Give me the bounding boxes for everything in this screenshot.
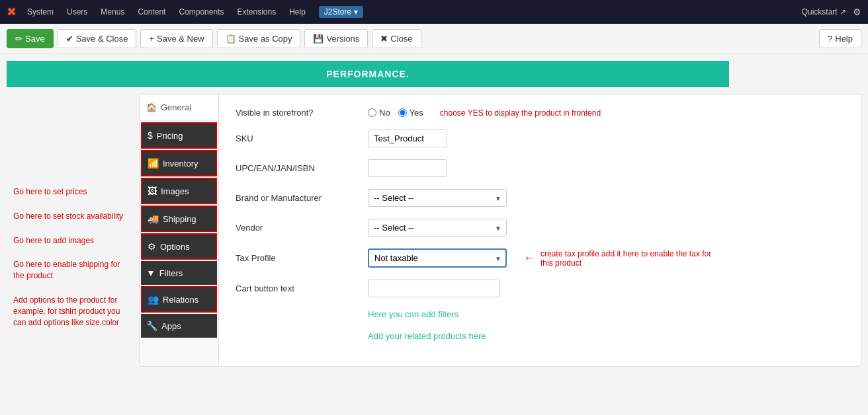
annotation-shipping: Go here to enable shipping for the produ…: [13, 259, 132, 282]
images-icon: 🖼: [148, 186, 157, 196]
joomla-icon: ✖: [7, 5, 17, 19]
close-icon: ✖: [380, 34, 388, 44]
filters-tip-row: Here you can add filters: [236, 309, 844, 319]
close-button[interactable]: ✖ Close: [372, 29, 421, 48]
toolbar: ✏ Save ✔ Save & Close + Save & New 📋 Sav…: [0, 24, 868, 54]
save-button[interactable]: ✏ Save: [7, 29, 54, 48]
sidebar-item-shipping[interactable]: 🚚 Shipping: [141, 206, 217, 232]
tax-control: Not taxable ← create tax profile add it …: [368, 248, 844, 268]
tax-annotation: ← create tax profile add it here to enab…: [523, 249, 726, 268]
quickstart-link[interactable]: Quickstart ↗: [802, 7, 846, 17]
nav-content[interactable]: Content: [131, 7, 172, 17]
save-new-button[interactable]: + Save & New: [140, 29, 212, 48]
annotation-inventory: Go here to set stock availability: [13, 211, 132, 222]
dollar-icon: $: [148, 130, 153, 141]
tax-select-wrapper: Not taxable: [368, 248, 507, 268]
relations-tip-area: Add your related products here: [368, 331, 844, 341]
content-area: 🏠 General $ Pricing 📶 Inventory 🖼 Images…: [139, 94, 861, 367]
tax-row: Tax Profile Not taxable ← create tax pro…: [236, 248, 844, 268]
close-label: Close: [390, 34, 412, 44]
sku-label: SKU: [236, 133, 368, 143]
pricing-label: Pricing: [157, 131, 183, 141]
apps-label: Apps: [161, 321, 181, 331]
options-label: Options: [160, 242, 190, 252]
sidebar-item-filters[interactable]: ▼ Filters: [141, 261, 217, 285]
red-arrow-icon: ←: [523, 251, 535, 265]
relations-label: Relations: [163, 295, 198, 305]
settings-icon[interactable]: ⚙: [853, 7, 861, 17]
sidebar-item-images[interactable]: 🖼 Images: [141, 178, 217, 204]
sidebar-general[interactable]: 🏠 General: [140, 94, 218, 121]
save-new-label: Save & New: [157, 34, 204, 44]
brand-control: -- Select --: [368, 189, 844, 207]
home-icon: 🏠: [146, 102, 157, 112]
help-label: Help: [835, 34, 853, 44]
main-wrapper: Go here to set prices Go here to set sto…: [7, 94, 861, 367]
left-annotations: Go here to set prices Go here to set sto…: [7, 94, 139, 367]
shipping-icon: 🚚: [148, 213, 159, 224]
nav-system[interactable]: System: [21, 7, 60, 17]
help-button[interactable]: ? Help: [819, 29, 861, 48]
save-copy-icon: 📋: [226, 34, 236, 44]
radio-yes-label[interactable]: Yes: [398, 108, 423, 118]
save-close-icon: ✔: [66, 34, 73, 44]
tax-select[interactable]: Not taxable: [368, 248, 507, 268]
save-label: Save: [25, 34, 45, 44]
save-copy-button[interactable]: 📋 Save as Copy: [217, 29, 301, 48]
radio-no-text: No: [379, 108, 390, 118]
brand-select[interactable]: -- Select --: [368, 189, 507, 207]
apps-icon: 🔧: [146, 321, 157, 331]
inventory-icon: 📶: [148, 158, 159, 169]
visible-row: Visible in storefront? No Yes: [236, 108, 844, 118]
radio-yes[interactable]: [398, 108, 407, 117]
annotation-options: Add options to the product for example, …: [13, 295, 132, 328]
vendor-row: Vendor -- Select --: [236, 219, 844, 237]
vendor-label: Vendor: [236, 223, 368, 233]
j2store-brand[interactable]: J2Store ▾: [319, 6, 363, 18]
radio-no[interactable]: [368, 108, 376, 117]
shipping-label: Shipping: [163, 214, 196, 224]
filters-icon: ▼: [146, 268, 155, 278]
nav-components[interactable]: Components: [172, 7, 230, 17]
options-icon: ⚙: [148, 241, 156, 252]
brand-row: Brand or Manufacturer -- Select --: [236, 189, 844, 207]
filters-tip-area: Here you can add filters: [368, 309, 844, 319]
save-close-label: Save & Close: [76, 34, 128, 44]
sku-input[interactable]: [368, 130, 447, 147]
brand-label: Brand or Manufacturer: [236, 193, 368, 203]
versions-label: Versions: [326, 34, 359, 44]
help-icon: ?: [828, 34, 832, 44]
save-close-button[interactable]: ✔ Save & Close: [58, 29, 137, 48]
tax-label: Tax Profile: [236, 253, 368, 263]
vendor-select[interactable]: -- Select --: [368, 219, 507, 237]
sidebar: 🏠 General $ Pricing 📶 Inventory 🖼 Images…: [140, 94, 219, 366]
visible-control: No Yes choose YES to display the product…: [368, 108, 844, 118]
upc-control: [368, 159, 844, 177]
sidebar-item-inventory[interactable]: 📶 Inventory: [141, 150, 217, 176]
annotation-pricing: Go here to set prices: [13, 186, 132, 198]
nav-menus[interactable]: Menus: [94, 7, 131, 17]
filters-label: Filters: [159, 268, 183, 278]
radio-no-label[interactable]: No: [368, 108, 390, 118]
performance-banner: PERFORMANCE.: [7, 61, 729, 87]
upc-label: UPC/EAN/JAN/ISBN: [236, 163, 368, 173]
sidebar-item-pricing[interactable]: $ Pricing: [141, 122, 217, 149]
filters-tip: Here you can add filters: [368, 309, 458, 319]
cart-input[interactable]: [368, 280, 500, 297]
vendor-select-wrapper: -- Select --: [368, 219, 507, 237]
cart-label: Cart button text: [236, 283, 368, 293]
banner-text: PERFORMANCE.: [326, 69, 410, 79]
visible-radio-group: No Yes: [368, 108, 423, 118]
sidebar-item-options[interactable]: ⚙ Options: [141, 233, 217, 260]
nav-extensions[interactable]: Extensions: [230, 7, 282, 17]
sidebar-item-relations[interactable]: 👥 Relations: [141, 286, 217, 313]
sidebar-item-apps[interactable]: 🔧 Apps: [141, 314, 217, 338]
nav-help[interactable]: Help: [282, 7, 312, 17]
upc-input[interactable]: [368, 159, 447, 177]
relations-icon: 👥: [148, 294, 159, 305]
cart-control: [368, 280, 844, 297]
versions-button[interactable]: 💾 Versions: [304, 29, 368, 48]
visible-label: Visible in storefront?: [236, 108, 368, 118]
tax-tip-text: create tax profile add it here to enable…: [541, 249, 726, 268]
nav-users[interactable]: Users: [60, 7, 94, 17]
